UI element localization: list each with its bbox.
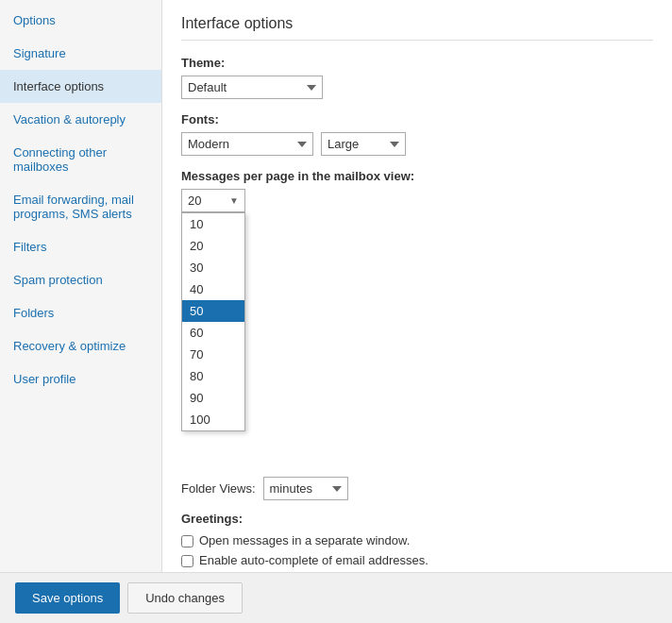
greetings-title: Greetings: xyxy=(181,512,653,526)
sidebar-item-connecting-mailboxes[interactable]: Connecting other mailboxes xyxy=(0,136,161,183)
open-separate-checkbox[interactable] xyxy=(181,535,193,547)
page-title: Interface options xyxy=(181,15,653,41)
checkbox-autocomplete: Enable auto-complete of email addresses. xyxy=(181,553,653,567)
sidebar-item-vacation-autoreply[interactable]: Vacation & autoreply xyxy=(0,103,161,136)
folder-views-select[interactable]: minutes hours xyxy=(263,477,348,500)
folder-views-row: Folder Views: minutes hours xyxy=(181,477,653,500)
messages-per-page-label: Messages per page in the mailbox view: xyxy=(181,169,653,183)
fontsize-select[interactable]: Small Medium Large xyxy=(321,132,406,156)
option-20[interactable]: 20 xyxy=(182,235,244,257)
fonts-label: Fonts: xyxy=(181,112,653,126)
sidebar-item-filters[interactable]: Filters xyxy=(0,230,161,263)
sidebar-item-spam-protection[interactable]: Spam protection xyxy=(0,263,161,296)
sidebar-item-options[interactable]: Options xyxy=(0,4,161,37)
option-60[interactable]: 60 xyxy=(182,322,244,344)
messages-per-page-field: Messages per page in the mailbox view: 2… xyxy=(181,169,653,212)
sidebar-item-recovery-optimize[interactable]: Recovery & optimize xyxy=(0,329,161,362)
messages-per-page-value: 20 xyxy=(188,194,201,208)
theme-label: Theme: xyxy=(181,56,653,70)
sidebar-item-interface-options[interactable]: Interface options xyxy=(0,70,161,103)
option-50[interactable]: 50 xyxy=(182,300,244,322)
option-10[interactable]: 10 xyxy=(182,213,244,235)
sidebar-item-folders[interactable]: Folders xyxy=(0,296,161,329)
option-30[interactable]: 30 xyxy=(182,257,244,278)
messages-per-page-list: 10 20 30 40 50 60 70 80 90 100 xyxy=(181,212,245,431)
option-80[interactable]: 80 xyxy=(182,365,244,387)
checkbox-group: Open messages in a separate window. Enab… xyxy=(181,533,653,572)
theme-field: Theme: Default Dark Light xyxy=(181,56,653,99)
save-button[interactable]: Save options xyxy=(15,582,120,614)
bottom-bar: Save options Undo changes xyxy=(0,572,672,623)
main-content: Interface options Theme: Default Dark Li… xyxy=(162,0,672,572)
option-90[interactable]: 90 xyxy=(182,387,244,409)
messages-per-page-trigger[interactable]: 20 ▼ xyxy=(181,189,245,212)
autocomplete-checkbox[interactable] xyxy=(181,555,193,567)
option-100[interactable]: 100 xyxy=(182,409,244,430)
fonts-field: Fonts: Modern Classic Minimal Small Medi… xyxy=(181,112,653,156)
checkbox-open-separate: Open messages in a separate window. xyxy=(181,533,653,547)
option-40[interactable]: 40 xyxy=(182,278,244,300)
sidebar-item-user-profile[interactable]: User profile xyxy=(0,362,161,396)
font-select[interactable]: Modern Classic Minimal xyxy=(181,132,313,156)
open-separate-label: Open messages in a separate window. xyxy=(199,533,410,547)
undo-button[interactable]: Undo changes xyxy=(127,582,243,614)
autocomplete-label: Enable auto-complete of email addresses. xyxy=(199,553,428,567)
option-70[interactable]: 70 xyxy=(182,344,244,365)
sidebar-item-email-forwarding[interactable]: Email forwarding, mail programs, SMS ale… xyxy=(0,183,161,230)
messages-per-page-dropdown-wrapper: 20 ▼ 10 20 30 40 50 60 70 80 90 100 xyxy=(181,189,245,212)
theme-select[interactable]: Default Dark Light xyxy=(181,76,323,99)
sidebar-item-signature[interactable]: Signature xyxy=(0,37,161,70)
folder-views-label: Folder Views: xyxy=(181,481,256,496)
sidebar: Options Signature Interface options Vaca… xyxy=(0,0,162,572)
chevron-down-icon: ▼ xyxy=(229,195,239,206)
